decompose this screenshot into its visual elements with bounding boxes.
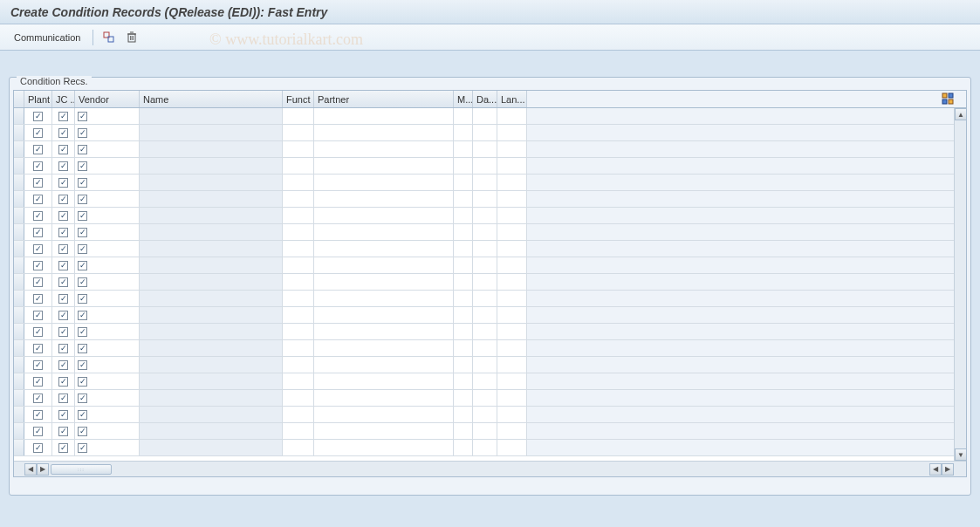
cell-lan[interactable] [497, 208, 527, 223]
cell-jc[interactable] [52, 158, 75, 174]
cell-lan[interactable] [497, 125, 527, 140]
cell-jc[interactable] [52, 390, 75, 406]
checkbox-plant[interactable] [33, 344, 43, 353]
row-selector[interactable] [14, 224, 24, 240]
checkbox-vendor[interactable] [78, 178, 87, 188]
checkbox-vendor[interactable] [78, 112, 87, 121]
cell-funct[interactable] [283, 125, 314, 140]
cell-jc[interactable] [52, 257, 75, 273]
cell-da[interactable] [473, 224, 497, 240]
cell-vendor[interactable] [75, 125, 140, 140]
cell-funct[interactable] [283, 158, 314, 174]
checkbox-jc[interactable] [58, 377, 68, 387]
cell-lan[interactable] [497, 224, 527, 240]
cell-lan[interactable] [497, 108, 527, 124]
cell-funct[interactable] [283, 175, 314, 190]
row-selector[interactable] [14, 340, 24, 356]
checkbox-plant[interactable] [33, 261, 43, 270]
cell-partner[interactable] [314, 175, 454, 190]
cell-name[interactable] [140, 274, 283, 290]
checkbox-vendor[interactable] [78, 228, 87, 237]
cell-vendor[interactable] [75, 423, 140, 439]
checkbox-vendor[interactable] [78, 261, 87, 270]
delete-icon[interactable] [123, 29, 140, 46]
checkbox-vendor[interactable] [78, 277, 87, 287]
checkbox-plant[interactable] [33, 410, 43, 420]
cell-funct[interactable] [283, 141, 314, 157]
row-selector[interactable] [14, 440, 24, 455]
cell-plant[interactable] [24, 125, 52, 140]
cell-plant[interactable] [24, 357, 52, 373]
checkbox-vendor[interactable] [78, 410, 87, 420]
cell-partner[interactable] [314, 141, 454, 157]
cell-partner[interactable] [314, 324, 454, 339]
column-vendor[interactable]: Vendor [75, 91, 140, 107]
cell-vendor[interactable] [75, 208, 140, 223]
cell-vendor[interactable] [75, 291, 140, 306]
cell-da[interactable] [473, 241, 497, 257]
cell-da[interactable] [473, 357, 497, 373]
scroll-left-icon[interactable]: ◀ [24, 463, 37, 476]
checkbox-jc[interactable] [58, 112, 68, 121]
cell-lan[interactable] [497, 390, 527, 406]
cell-lan[interactable] [497, 324, 527, 339]
cell-partner[interactable] [314, 390, 454, 406]
cell-funct[interactable] [283, 241, 314, 257]
cell-partner[interactable] [314, 257, 454, 273]
cell-plant[interactable] [24, 440, 52, 455]
cell-jc[interactable] [52, 357, 75, 373]
cell-funct[interactable] [283, 224, 314, 240]
checkbox-vendor[interactable] [78, 145, 87, 154]
cell-plant[interactable] [24, 257, 52, 273]
row-selector[interactable] [14, 257, 24, 273]
scroll-right-inner-icon[interactable]: ▶ [37, 463, 49, 476]
cell-lan[interactable] [497, 357, 527, 373]
cell-partner[interactable] [314, 158, 454, 174]
cell-vendor[interactable] [75, 274, 140, 290]
row-selector[interactable] [14, 307, 24, 323]
cell-vendor[interactable] [75, 357, 140, 373]
cell-jc[interactable] [52, 407, 75, 422]
checkbox-vendor[interactable] [78, 443, 87, 453]
cell-plant[interactable] [24, 390, 52, 406]
cell-plant[interactable] [24, 291, 52, 306]
scroll-right-icon[interactable]: ▶ [942, 463, 954, 476]
checkbox-jc[interactable] [58, 360, 68, 370]
checkbox-jc[interactable] [58, 427, 68, 436]
cell-vendor[interactable] [75, 224, 140, 240]
cell-da[interactable] [473, 307, 497, 323]
checkbox-plant[interactable] [33, 211, 43, 221]
cell-jc[interactable] [52, 241, 75, 257]
checkbox-plant[interactable] [33, 178, 43, 188]
cell-plant[interactable] [24, 175, 52, 190]
checkbox-plant[interactable] [33, 327, 43, 337]
cell-name[interactable] [140, 191, 283, 207]
cell-m[interactable] [454, 141, 473, 157]
checkbox-vendor[interactable] [78, 195, 87, 204]
cell-name[interactable] [140, 390, 283, 406]
row-selector[interactable] [14, 175, 24, 190]
cell-da[interactable] [473, 208, 497, 223]
cell-jc[interactable] [52, 224, 75, 240]
cell-jc[interactable] [52, 291, 75, 306]
column-da[interactable]: Da... [473, 91, 497, 107]
cell-da[interactable] [473, 423, 497, 439]
cell-jc[interactable] [52, 340, 75, 356]
cell-vendor[interactable] [75, 257, 140, 273]
cell-lan[interactable] [497, 423, 527, 439]
checkbox-jc[interactable] [58, 344, 68, 353]
cell-vendor[interactable] [75, 141, 140, 157]
cell-partner[interactable] [314, 191, 454, 207]
checkbox-plant[interactable] [33, 311, 43, 320]
cell-plant[interactable] [24, 158, 52, 174]
cell-da[interactable] [473, 158, 497, 174]
cell-vendor[interactable] [75, 158, 140, 174]
cell-partner[interactable] [314, 241, 454, 257]
vertical-scrollbar[interactable]: ▲ ▼ [954, 108, 966, 461]
checkbox-plant[interactable] [33, 394, 43, 403]
cell-jc[interactable] [52, 141, 75, 157]
cell-lan[interactable] [497, 191, 527, 207]
cell-da[interactable] [473, 175, 497, 190]
checkbox-jc[interactable] [58, 128, 68, 138]
cell-jc[interactable] [52, 307, 75, 323]
